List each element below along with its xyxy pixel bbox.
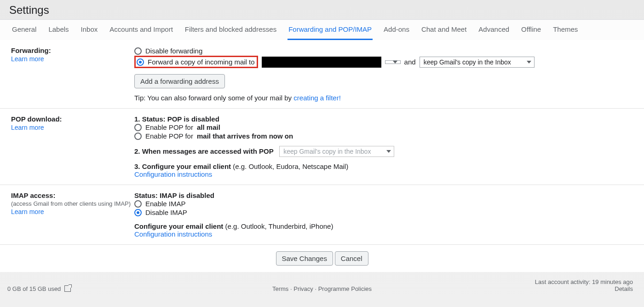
label-enable-pop-all-prefix: Enable POP for — [145, 123, 193, 131]
tab-addons[interactable]: Add-ons — [383, 20, 410, 40]
label-disable-forwarding: Disable forwarding — [145, 47, 202, 55]
tab-chat-meet[interactable]: Chat and Meet — [420, 20, 467, 40]
cancel-button[interactable]: Cancel — [335, 251, 368, 266]
imap-heading: IMAP access: — [11, 191, 134, 199]
imap-note: (access Gmail from other clients using I… — [11, 200, 134, 207]
forwarding-learn-more-link[interactable]: Learn more — [11, 55, 44, 63]
label-enable-imap: Enable IMAP — [145, 200, 186, 208]
create-filter-link[interactable]: creating a filter! — [293, 94, 341, 102]
save-changes-button[interactable]: Save Changes — [276, 251, 333, 266]
radio-forward-copy[interactable] — [137, 58, 144, 66]
footer-details-link[interactable]: Details — [615, 285, 633, 292]
imap-configure-hint: (e.g. Outlook, Thunderbird, iPhone) — [225, 222, 334, 230]
highlight-forward-option: Forward a copy of incoming mail to — [134, 56, 258, 68]
tab-advanced[interactable]: Advanced — [477, 20, 510, 40]
page-title: Settings — [9, 4, 635, 17]
save-cancel-row: Save Changes Cancel — [0, 245, 644, 272]
pop-heading: POP download: — [11, 115, 134, 123]
radio-disable-forwarding[interactable] — [134, 47, 142, 55]
tab-themes[interactable]: Themes — [552, 20, 579, 40]
pop-when-select: keep Gmail's copy in the Inbox — [279, 146, 394, 157]
footer-privacy-link[interactable]: Privacy — [293, 285, 313, 292]
imap-status-label: Status: — [134, 191, 160, 199]
chevron-down-icon — [393, 61, 397, 64]
section-forwarding: Forwarding: Learn more Disable forwardin… — [0, 40, 644, 109]
radio-enable-pop-all[interactable] — [134, 124, 142, 131]
section-pop: POP download: Learn more 1. Status: POP … — [0, 109, 644, 185]
forwarding-heading: Forwarding: — [11, 46, 134, 54]
pop-configure-hint: (e.g. Outlook, Eudora, Netscape Mail) — [233, 162, 348, 170]
forward-address-select[interactable] — [385, 60, 401, 64]
settings-title-bar: Settings — [0, 0, 644, 19]
settings-content: Forwarding: Learn more Disable forwardin… — [0, 40, 644, 272]
footer-terms-link[interactable]: Terms — [272, 285, 288, 292]
tab-labels[interactable]: Labels — [47, 20, 69, 40]
radio-disable-imap[interactable] — [134, 209, 142, 216]
pop-status-label: 1. Status: — [134, 115, 167, 123]
imap-config-instructions-link[interactable]: Configuration instructions — [134, 230, 212, 238]
label-disable-imap: Disable IMAP — [145, 209, 187, 216]
imap-configure-label: Configure your email client — [134, 222, 225, 230]
tab-inbox[interactable]: Inbox — [80, 20, 99, 40]
pop-configure-label: 3. Configure your email client — [134, 162, 233, 170]
tab-accounts-import[interactable]: Accounts and Import — [109, 20, 174, 40]
section-imap: IMAP access: (access Gmail from other cl… — [0, 185, 644, 245]
radio-enable-imap[interactable] — [134, 200, 142, 208]
imap-status-value: IMAP is disabled — [160, 191, 214, 199]
open-in-new-icon — [64, 285, 71, 292]
imap-learn-more-link[interactable]: Learn more — [11, 208, 44, 215]
radio-enable-pop-new[interactable] — [134, 133, 142, 140]
forward-tip-text: Tip: You can also forward only some of y… — [134, 94, 293, 102]
footer: 0 GB of 15 GB used Terms · Privacy · Pro… — [0, 272, 644, 294]
chevron-down-icon — [386, 150, 391, 153]
label-forward-copy: Forward a copy of incoming mail to — [148, 58, 255, 66]
forward-action-select[interactable]: keep Gmail's copy in the Inbox — [420, 57, 535, 68]
tab-filters[interactable]: Filters and blocked addresses — [184, 20, 277, 40]
chevron-down-icon — [527, 61, 531, 64]
pop-learn-more-link[interactable]: Learn more — [11, 124, 44, 131]
add-forwarding-address-button[interactable]: Add a forwarding address — [134, 74, 225, 88]
storage-usage[interactable]: 0 GB of 15 GB used — [7, 285, 71, 292]
label-enable-pop-new-prefix: Enable POP for — [145, 132, 193, 140]
footer-activity: Last account activity: 19 minutes ago — [535, 278, 633, 285]
label-enable-pop-new-bold: mail that arrives from now on — [197, 132, 293, 140]
pop-status-value: POP is disabled — [167, 115, 219, 123]
footer-policies-link[interactable]: Programme Policies — [318, 285, 372, 292]
settings-tabs: General Labels Inbox Accounts and Import… — [0, 19, 644, 40]
forward-address-redacted — [262, 57, 381, 68]
tab-general[interactable]: General — [11, 20, 37, 40]
footer-links: Terms · Privacy · Programme Policies — [272, 285, 372, 292]
pop-config-instructions-link[interactable]: Configuration instructions — [134, 170, 212, 178]
label-enable-pop-all-bold: all mail — [197, 123, 220, 131]
tab-offline[interactable]: Offline — [520, 20, 542, 40]
forward-and-word: and — [404, 58, 416, 66]
tab-forwarding-pop-imap[interactable]: Forwarding and POP/IMAP — [288, 20, 373, 40]
pop-when-label: 2. When messages are accessed with POP — [134, 147, 274, 155]
